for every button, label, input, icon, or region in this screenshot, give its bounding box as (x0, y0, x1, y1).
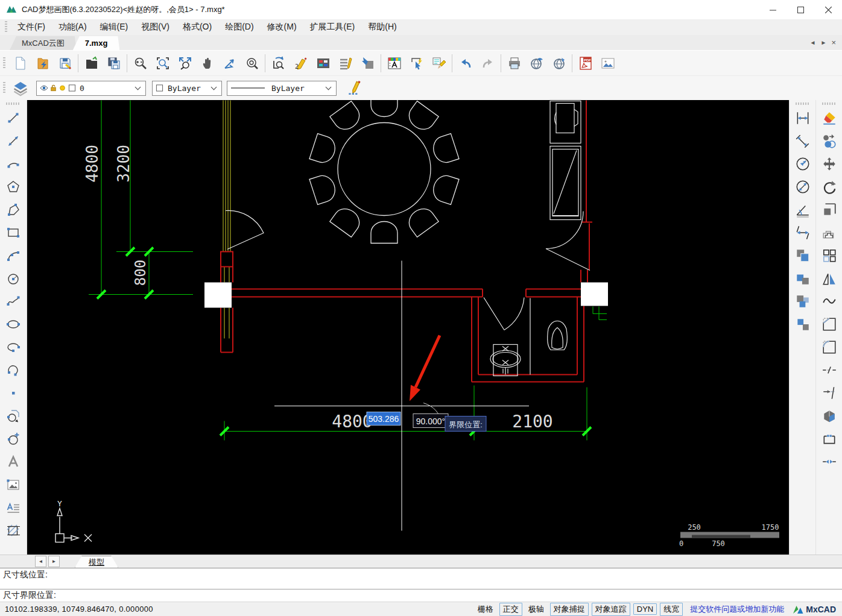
dim-diameter-icon[interactable] (793, 177, 813, 197)
revision-cloud-icon[interactable] (3, 360, 24, 380)
dim-text-3200[interactable]: 3200 (115, 145, 133, 183)
feedback-link[interactable]: 提交软件问题或增加新功能 (690, 604, 784, 615)
match-properties-icon[interactable] (428, 52, 450, 74)
join-icon[interactable] (819, 451, 840, 472)
wall-column-right[interactable] (581, 283, 608, 306)
layer-manager-icon[interactable] (9, 77, 31, 99)
circle-icon[interactable] (3, 268, 24, 289)
dyn-length-value[interactable]: 503.286 (369, 414, 399, 424)
trim-icon[interactable] (819, 383, 840, 403)
zoom-center-icon[interactable] (241, 52, 263, 74)
dim-text-2100[interactable]: 2100 (512, 412, 552, 432)
menu-draw[interactable]: 绘图(D) (218, 20, 260, 34)
arc-icon[interactable] (3, 154, 24, 174)
erase-icon[interactable] (819, 108, 840, 128)
hatch-icon[interactable] (3, 520, 24, 541)
menu-modify[interactable]: 修改(M) (261, 20, 303, 34)
menu-function[interactable]: 功能(A) (52, 20, 93, 34)
layer-properties-icon[interactable] (383, 52, 405, 74)
point-icon[interactable] (3, 383, 24, 403)
xline-icon[interactable] (3, 131, 24, 151)
ellipse-arc-icon[interactable] (3, 337, 24, 357)
layer-combobox[interactable]: 0 (36, 81, 146, 96)
ellipse-icon[interactable] (3, 314, 24, 335)
dimension-lines[interactable] (89, 101, 607, 441)
chevron-down-icon[interactable] (135, 84, 141, 90)
toggle-osnap[interactable]: 对象捕捉 (550, 603, 589, 616)
rectangle-icon[interactable] (3, 222, 24, 243)
minimize-button[interactable] (759, 0, 787, 19)
linetype-combobox[interactable]: ByLayer (227, 81, 337, 96)
toggle-polar[interactable]: 极轴 (525, 603, 547, 615)
tab-scroll-left-icon[interactable]: ◄ (810, 39, 816, 46)
web-browse-icon[interactable] (548, 52, 570, 74)
chevron-down-icon[interactable] (211, 84, 217, 90)
menu-format[interactable]: 格式(O) (176, 20, 218, 34)
color-palette-icon[interactable] (312, 52, 334, 74)
spline-icon[interactable] (3, 291, 24, 312)
export-pdf-icon[interactable]: PDF (574, 52, 597, 74)
fillet-icon[interactable] (819, 337, 840, 357)
dim-linear-icon[interactable] (793, 108, 813, 128)
zoom-window-icon[interactable] (151, 52, 174, 74)
edit-spline-icon[interactable] (819, 291, 840, 312)
arc-start-center-end-icon[interactable] (3, 245, 24, 266)
cut-clip-icon[interactable] (793, 291, 813, 312)
block-create-icon[interactable] (3, 429, 24, 449)
break-at-point-icon[interactable] (819, 429, 840, 449)
offset-icon[interactable] (819, 222, 840, 243)
block-insert-icon[interactable] (3, 406, 24, 426)
web-upload-icon[interactable] (525, 52, 548, 74)
menu-file[interactable]: 文件(F) (11, 20, 52, 34)
dynamic-input[interactable]: 503.286 90.000° 界限位置: (367, 412, 486, 432)
toggle-grid[interactable]: 栅格 (475, 603, 496, 615)
tab-mxcad-cloud[interactable]: MxCAD云图 (10, 36, 77, 50)
tab-scroll-right-icon[interactable]: ► (821, 39, 827, 46)
toggle-lineweight[interactable]: 线宽 (660, 603, 683, 616)
new-file-icon[interactable] (9, 52, 31, 74)
break-icon[interactable] (819, 360, 840, 380)
sheet-prev-icon[interactable]: ◄ (35, 556, 46, 567)
chevron-down-icon[interactable] (326, 84, 332, 90)
menu-help[interactable]: 帮助(H) (361, 20, 403, 34)
polyline-icon[interactable] (3, 200, 24, 220)
mtext-icon[interactable] (3, 497, 24, 518)
copy-clip-icon[interactable] (793, 245, 813, 266)
stretch-icon[interactable] (819, 200, 840, 220)
menu-view[interactable]: 视图(V) (135, 20, 176, 34)
undo-icon[interactable] (454, 52, 476, 74)
model-tab[interactable]: 模型 (75, 556, 118, 568)
dim-continue-icon[interactable] (793, 222, 813, 243)
copy-base-point-icon[interactable] (793, 268, 813, 289)
mirror-icon[interactable] (819, 268, 840, 289)
dim-text-800[interactable]: 800 (132, 260, 149, 286)
rotate-icon[interactable] (819, 177, 840, 197)
zoom-dynamic-icon[interactable] (129, 52, 151, 74)
named-views-icon[interactable] (267, 52, 290, 74)
save-icon[interactable] (54, 52, 76, 74)
zoom-extents-icon[interactable] (174, 52, 196, 74)
draw-settings-icon[interactable] (343, 77, 365, 99)
layer-previous-icon[interactable] (356, 52, 379, 74)
dim-text-4800-left[interactable]: 4800 (83, 145, 101, 183)
architecture-white[interactable] (226, 101, 590, 376)
toggle-dyn[interactable]: DYN (633, 603, 657, 615)
dining-table[interactable] (309, 100, 459, 244)
menu-express-tools[interactable]: 扩展工具(E) (303, 20, 362, 34)
linetype-manager-icon[interactable] (334, 52, 356, 74)
command-prompt-line[interactable]: 尺寸界限位置: (0, 589, 842, 602)
insert-image-icon[interactable] (597, 52, 619, 74)
move-icon[interactable] (819, 154, 840, 174)
walls[interactable] (221, 101, 592, 382)
array-icon[interactable] (819, 245, 840, 266)
print-icon[interactable] (503, 52, 525, 74)
drawing-canvas[interactable]: 4800 3200 800 4800 2100 503.286 90.000° … (27, 100, 789, 555)
image-attach-icon[interactable] (3, 474, 24, 495)
toggle-otrack[interactable]: 对象追踪 (592, 603, 630, 616)
quick-select-icon[interactable] (405, 52, 428, 74)
sheet-next-icon[interactable]: ► (48, 556, 60, 567)
redo-icon[interactable] (476, 52, 499, 74)
pan-icon[interactable] (196, 52, 218, 74)
sketch-edit-icon[interactable]: 2 (290, 52, 312, 74)
chamfer-icon[interactable] (819, 314, 840, 335)
